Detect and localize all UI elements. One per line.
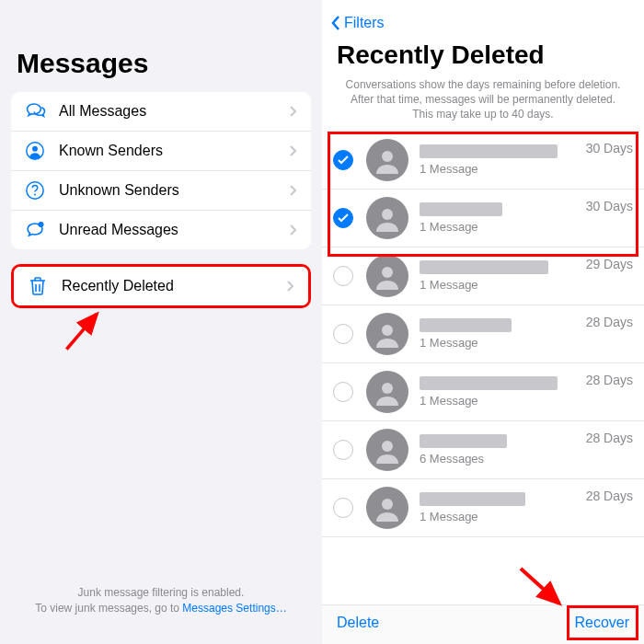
chevron-left-icon: [329, 15, 342, 31]
filter-list-primary: All Messages Known Senders Unknown Sende…: [11, 92, 311, 249]
unknown-icon: [24, 179, 46, 201]
filter-known-senders[interactable]: Known Senders: [11, 132, 311, 171]
conversation-row[interactable]: 1 Message28 Days: [322, 363, 644, 421]
footer-line1: Junk message filtering is enabled.: [0, 585, 322, 601]
select-circle[interactable]: [333, 150, 353, 170]
conversation-text: 1 Message: [420, 260, 579, 292]
contact-name-redacted: [420, 376, 558, 390]
days-remaining: 28 Days: [586, 373, 633, 387]
message-count: 1 Message: [420, 394, 579, 408]
chevron-right-icon: [284, 280, 297, 293]
recover-button[interactable]: Recover: [574, 615, 629, 631]
message-count: 1 Message: [420, 278, 579, 292]
messages-filters-pane: Messages All Messages Known Senders Un: [0, 0, 322, 644]
select-circle[interactable]: [333, 324, 353, 344]
message-count: 1 Message: [420, 162, 579, 176]
contact-name-redacted: [420, 492, 525, 506]
conversation-row[interactable]: 1 Message30 Days: [322, 132, 644, 190]
messages-settings-link[interactable]: Messages Settings…: [182, 602, 286, 615]
avatar: [366, 429, 408, 471]
days-remaining: 30 Days: [586, 141, 633, 155]
unread-icon: [24, 219, 46, 241]
avatar: [366, 139, 408, 181]
contact-name-redacted: [420, 260, 548, 274]
filter-all-messages[interactable]: All Messages: [11, 92, 311, 132]
conversation-row[interactable]: 1 Message28 Days: [322, 479, 644, 537]
svg-point-9: [382, 325, 393, 336]
chevron-right-icon: [287, 184, 300, 197]
page-title: Messages: [0, 0, 322, 92]
avatar: [366, 487, 408, 529]
back-label: Filters: [344, 15, 385, 31]
select-circle[interactable]: [333, 498, 353, 518]
conversation-row[interactable]: 6 Messages28 Days: [322, 421, 644, 479]
avatar: [366, 255, 408, 297]
avatar: [366, 313, 408, 355]
filter-list-secondary: Recently Deleted: [11, 264, 311, 308]
message-count: 1 Message: [420, 336, 579, 350]
conversation-text: 1 Message: [420, 144, 579, 176]
trash-icon: [27, 275, 49, 297]
chevron-right-icon: [287, 224, 300, 236]
contact-name-redacted: [420, 434, 507, 448]
contact-name-redacted: [420, 202, 502, 216]
filter-unread-messages[interactable]: Unread Messages: [11, 211, 311, 249]
conversation-list: 1 Message30 Days1 Message30 Days1 Messag…: [322, 132, 644, 604]
footer-line2: To view junk messages, go to Messages Se…: [0, 601, 322, 616]
message-count: 1 Message: [420, 220, 579, 234]
conversation-row[interactable]: 1 Message30 Days: [322, 190, 644, 247]
messages-icon: [24, 100, 46, 122]
svg-point-6: [382, 151, 393, 162]
svg-point-8: [382, 267, 393, 278]
svg-point-12: [382, 499, 393, 510]
chevron-right-icon: [287, 105, 300, 118]
filter-label: All Messages: [59, 103, 287, 120]
days-remaining: 28 Days: [586, 431, 633, 445]
conversation-text: 1 Message: [420, 376, 579, 408]
filter-label: Known Senders: [59, 143, 287, 159]
chevron-right-icon: [287, 144, 300, 157]
page-title: Recently Deleted: [322, 35, 644, 77]
days-remaining: 28 Days: [586, 489, 633, 503]
avatar: [366, 371, 408, 413]
filter-unknown-senders[interactable]: Unknown Senders: [11, 171, 311, 211]
svg-point-3: [34, 194, 36, 196]
svg-point-11: [382, 441, 393, 452]
annotation-arrow-icon: [60, 305, 110, 356]
filter-label: Recently Deleted: [62, 278, 284, 294]
select-circle[interactable]: [333, 208, 353, 228]
conversation-text: 1 Message: [420, 318, 579, 350]
explain-text: Conversations show the days remaining be…: [322, 77, 644, 132]
conversation-text: 1 Message: [420, 492, 579, 523]
conversation-row[interactable]: 1 Message28 Days: [322, 305, 644, 363]
filter-label: Unknown Senders: [59, 182, 287, 199]
recently-deleted-pane: Filters Recently Deleted Conversations s…: [322, 0, 644, 644]
svg-point-10: [382, 383, 393, 394]
svg-point-4: [39, 222, 44, 227]
conversation-row[interactable]: 1 Message29 Days: [322, 247, 644, 305]
contact-name-redacted: [420, 144, 558, 158]
select-circle[interactable]: [333, 382, 353, 402]
contact-name-redacted: [420, 318, 512, 332]
footer-note: Junk message filtering is enabled. To vi…: [0, 585, 322, 616]
avatar: [366, 197, 408, 239]
conversation-text: 1 Message: [420, 202, 579, 234]
filter-label: Unread Messages: [59, 222, 287, 238]
days-remaining: 29 Days: [586, 257, 633, 271]
select-circle[interactable]: [333, 440, 353, 460]
message-count: 6 Messages: [420, 452, 579, 466]
days-remaining: 28 Days: [586, 315, 633, 329]
delete-button[interactable]: Delete: [337, 615, 379, 631]
select-circle[interactable]: [333, 266, 353, 286]
svg-point-7: [382, 209, 393, 220]
days-remaining: 30 Days: [586, 199, 633, 213]
filter-recently-deleted[interactable]: Recently Deleted: [14, 267, 308, 305]
svg-line-5: [66, 314, 97, 350]
svg-point-1: [32, 146, 38, 152]
back-button[interactable]: Filters: [322, 0, 644, 35]
conversation-text: 6 Messages: [420, 434, 579, 466]
known-icon: [24, 140, 46, 162]
bottom-toolbar: Delete Recover: [322, 604, 644, 644]
message-count: 1 Message: [420, 510, 579, 523]
